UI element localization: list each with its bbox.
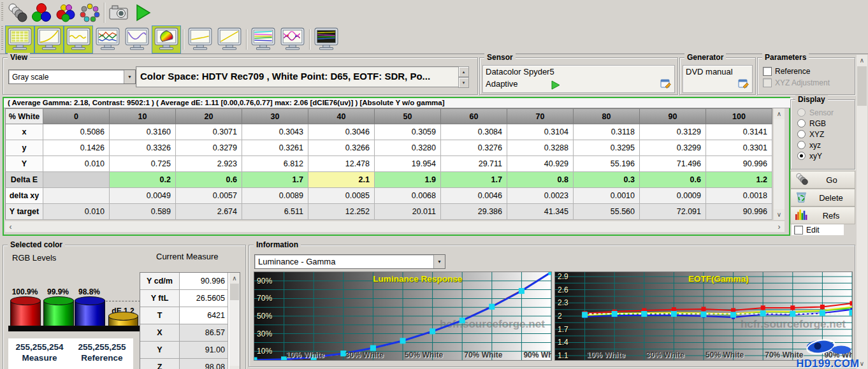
display-option-rgb[interactable]: RGB bbox=[797, 119, 826, 128]
table-cell[interactable]: 0.3301 bbox=[706, 140, 772, 156]
table-cell[interactable]: 0.589 bbox=[110, 204, 176, 220]
scroll-down-icon[interactable]: ∨ bbox=[229, 366, 240, 369]
table-cell[interactable]: 0.6 bbox=[640, 172, 706, 188]
toolbar-grip[interactable] bbox=[1, 3, 3, 21]
scroll-up-icon[interactable]: ∧ bbox=[774, 108, 785, 119]
table-cell[interactable]: 0.3104 bbox=[507, 124, 574, 140]
table-cell[interactable]: 0.3071 bbox=[176, 124, 242, 140]
table-cell[interactable]: 0.3288 bbox=[507, 140, 574, 156]
chevron-down-icon[interactable]: ▼ bbox=[124, 70, 135, 83]
measure-secondaries-icon[interactable] bbox=[54, 2, 77, 24]
table-cell[interactable]: 6.511 bbox=[242, 204, 308, 220]
view-cie-chart-icon[interactable] bbox=[152, 26, 180, 53]
run-measures-icon[interactable] bbox=[131, 2, 154, 24]
table-cell[interactable]: 2.923 bbox=[176, 156, 242, 172]
table-cell[interactable]: 12.478 bbox=[308, 156, 375, 172]
spinner-down-icon[interactable]: ▼ bbox=[458, 77, 469, 88]
view-color-temperature-icon[interactable] bbox=[94, 26, 122, 53]
table-cell[interactable]: 1.7 bbox=[242, 172, 308, 188]
scroll-up-icon[interactable]: ∧ bbox=[857, 55, 867, 66]
scrollbar-thumb[interactable] bbox=[857, 66, 867, 106]
view-luminance-icon[interactable] bbox=[186, 26, 214, 53]
view-rgb-levels-icon[interactable] bbox=[64, 26, 92, 53]
scrollbar-thumb[interactable] bbox=[230, 284, 239, 300]
table-cell[interactable]: 0.2 bbox=[110, 172, 176, 188]
table-cell[interactable]: 0.3141 bbox=[706, 124, 772, 140]
generator-configure-icon[interactable] bbox=[738, 78, 749, 91]
table-cell[interactable]: 40.929 bbox=[507, 156, 574, 172]
go-button[interactable]: Go bbox=[790, 171, 855, 189]
table-cell[interactable]: 0.3326 bbox=[110, 140, 176, 156]
display-option-xyz[interactable]: XYZ bbox=[797, 129, 824, 139]
table-cell[interactable]: 0.1426 bbox=[43, 140, 110, 156]
table-cell[interactable] bbox=[43, 188, 110, 204]
view-color-shift-icon[interactable] bbox=[278, 26, 307, 53]
scroll-down-icon[interactable]: ∨ bbox=[774, 209, 785, 220]
table-cell[interactable]: 6.812 bbox=[242, 156, 308, 172]
scroll-left-icon[interactable]: ‹ bbox=[5, 221, 16, 232]
view-mode-select[interactable]: Gray scale ▼ bbox=[8, 69, 136, 84]
table-cell[interactable]: 2.674 bbox=[176, 204, 242, 220]
information-select[interactable]: Luminance - Gamma ▼ bbox=[254, 254, 445, 269]
measure-primaries-icon[interactable] bbox=[30, 2, 53, 24]
table-cell[interactable]: 29.711 bbox=[441, 156, 507, 172]
view-rgb-curves-icon[interactable] bbox=[249, 26, 277, 53]
table-cell[interactable]: 0.0057 bbox=[176, 188, 242, 204]
table-cell[interactable]: 0.3 bbox=[574, 172, 640, 188]
capture-snapshot-icon[interactable] bbox=[107, 2, 130, 24]
table-cell[interactable]: 0.0068 bbox=[375, 188, 441, 204]
table-cell[interactable]: 55.560 bbox=[574, 204, 640, 220]
table-cell[interactable]: 0.3295 bbox=[574, 140, 640, 156]
table-cell[interactable]: 0.0010 bbox=[574, 188, 640, 204]
table-cell[interactable]: 0.3299 bbox=[640, 140, 706, 156]
table-cell[interactable]: 0.3266 bbox=[308, 140, 375, 156]
edit-checkbox[interactable] bbox=[794, 226, 803, 235]
table-cell[interactable]: 0.3043 bbox=[242, 124, 308, 140]
measure-table-scrollbar[interactable]: ∧ ∨ bbox=[229, 273, 240, 369]
table-cell[interactable]: 0.010 bbox=[43, 156, 110, 172]
radio-button[interactable] bbox=[797, 152, 806, 160]
table-cell[interactable]: 71.496 bbox=[640, 156, 706, 172]
measure-grayscale-icon[interactable] bbox=[6, 2, 29, 24]
view-combined-icon[interactable] bbox=[312, 26, 340, 53]
scroll-up-icon[interactable]: ∧ bbox=[229, 273, 240, 284]
radio-button[interactable] bbox=[797, 141, 806, 149]
edit-checkbox-row[interactable]: Edit bbox=[792, 224, 844, 235]
parameters-option-reference[interactable]: Reference bbox=[763, 67, 810, 76]
table-cell[interactable]: 0.3118 bbox=[574, 124, 640, 140]
radio-button[interactable] bbox=[797, 130, 806, 138]
table-cell[interactable]: 0.3046 bbox=[308, 124, 375, 140]
spinner-up-icon[interactable]: ▲ bbox=[458, 66, 469, 77]
table-cell[interactable]: 0.3276 bbox=[441, 140, 507, 156]
view-luminance-gamma-icon[interactable] bbox=[35, 26, 63, 53]
table-cell[interactable]: 0.3059 bbox=[375, 124, 441, 140]
checkbox[interactable] bbox=[763, 67, 772, 76]
table-cell[interactable]: 0.725 bbox=[110, 156, 176, 172]
table-cell[interactable]: 90.996 bbox=[706, 156, 772, 172]
table-cell[interactable]: 1.2 bbox=[706, 172, 772, 188]
table-cell[interactable]: 0.0049 bbox=[110, 188, 176, 204]
table-cell[interactable]: 0.0089 bbox=[242, 188, 308, 204]
table-cell[interactable]: 0.0046 bbox=[441, 188, 507, 204]
display-option-xyy[interactable]: xyY bbox=[797, 151, 822, 161]
table-cell[interactable]: 0.8 bbox=[507, 172, 574, 188]
table-cell[interactable]: 19.954 bbox=[375, 156, 441, 172]
table-cell[interactable]: 55.196 bbox=[574, 156, 640, 172]
table-cell[interactable]: 0.0085 bbox=[308, 188, 375, 204]
table-cell[interactable]: 2.1 bbox=[308, 172, 375, 188]
table-cell[interactable]: 0.3160 bbox=[110, 124, 176, 140]
table-cell[interactable]: 0.6 bbox=[176, 172, 242, 188]
view-measures-table-icon[interactable] bbox=[6, 26, 34, 53]
window-vertical-scrollbar[interactable]: ∧ ∨ bbox=[857, 55, 867, 369]
scroll-right-icon[interactable]: › bbox=[774, 221, 785, 232]
table-cell[interactable]: 0.3280 bbox=[375, 140, 441, 156]
toolbar-grip[interactable] bbox=[1, 26, 3, 51]
table-cell[interactable]: 0.5086 bbox=[43, 124, 110, 140]
view-delta-e-icon[interactable] bbox=[123, 26, 151, 53]
table-cell[interactable] bbox=[43, 172, 110, 188]
table-cell[interactable]: 1.7 bbox=[441, 172, 507, 188]
measure-colorchecker-icon[interactable] bbox=[78, 2, 101, 24]
table-cell[interactable]: 12.252 bbox=[308, 204, 375, 220]
table-cell[interactable]: 0.3129 bbox=[640, 124, 706, 140]
table-cell[interactable]: 29.386 bbox=[441, 204, 507, 220]
